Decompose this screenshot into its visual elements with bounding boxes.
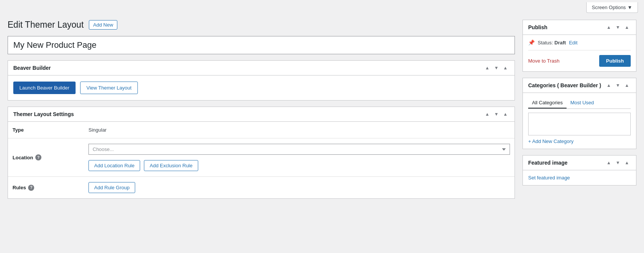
publish-panel-up[interactable]: ▲ bbox=[605, 24, 612, 31]
featured-image-panel-down[interactable]: ▼ bbox=[614, 159, 622, 166]
themer-settings-panel: Themer Layout Settings ▲ ▼ ▲ Type bbox=[8, 107, 515, 199]
categories-panel-body: All Categories Most Used + Add New Categ… bbox=[523, 93, 636, 149]
add-rule-group-button[interactable]: Add Rule Group bbox=[88, 182, 135, 193]
tab-most-used[interactable]: Most Used bbox=[567, 97, 598, 108]
add-new-category-link[interactable]: + Add New Category bbox=[528, 138, 574, 144]
screen-options-label: Screen Options bbox=[592, 5, 626, 10]
featured-image-panel-body: Set featured image bbox=[523, 170, 636, 185]
rules-row: Rules ? Add Rule Group bbox=[8, 177, 515, 199]
publish-panel-title: Publish bbox=[528, 24, 548, 30]
featured-image-panel-up[interactable]: ▲ bbox=[605, 159, 612, 166]
categories-panel-down[interactable]: ▼ bbox=[614, 82, 622, 89]
rules-value-cell: Add Rule Group bbox=[84, 177, 515, 199]
set-featured-image-link[interactable]: Set featured image bbox=[528, 175, 570, 181]
status-value: Draft bbox=[554, 40, 566, 46]
category-tabs: All Categories Most Used bbox=[528, 97, 631, 109]
publish-panel-header: Publish ▲ ▼ ▲ bbox=[523, 20, 636, 35]
categories-panel-minimize[interactable]: ▲ bbox=[623, 82, 631, 89]
featured-image-panel-header: Featured image ▲ ▼ ▲ bbox=[523, 156, 636, 170]
panel-collapse-down[interactable]: ▼ bbox=[492, 64, 500, 71]
status-edit-link[interactable]: Edit bbox=[569, 40, 577, 46]
themer-settings-panel-header: Themer Layout Settings ▲ ▼ ▲ bbox=[8, 107, 515, 122]
view-themer-layout-button[interactable]: View Themer Layout bbox=[80, 82, 138, 94]
type-value: Singular bbox=[88, 127, 107, 133]
rule-buttons: Add Location Rule Add Exclusion Rule bbox=[88, 160, 510, 171]
featured-image-panel-title: Featured image bbox=[528, 160, 567, 166]
beaver-builder-panel-title: Beaver Builder bbox=[13, 65, 51, 71]
post-title-input[interactable] bbox=[8, 36, 515, 54]
categories-panel: Categories ( Beaver Builder ) ▲ ▼ ▲ All … bbox=[522, 78, 636, 149]
rules-label: Rules bbox=[13, 185, 26, 190]
beaver-builder-panel-header: Beaver Builder ▲ ▼ ▲ bbox=[8, 61, 515, 75]
themer-settings-panel-title: Themer Layout Settings bbox=[13, 111, 74, 117]
rules-label-with-icon: Rules ? bbox=[13, 185, 79, 191]
rules-label-cell: Rules ? bbox=[8, 177, 84, 199]
page-title: Edit Themer Layout bbox=[8, 20, 84, 30]
publish-panel-body: 📌 Status: Draft Edit Move to Trash Publi… bbox=[523, 35, 636, 71]
categories-panel-title: Categories ( Beaver Builder ) bbox=[528, 82, 601, 88]
settings-table: Type Singular Location ? bbox=[8, 122, 515, 198]
categories-panel-controls: ▲ ▼ ▲ bbox=[605, 82, 631, 89]
publish-panel: Publish ▲ ▼ ▲ 📌 Status: Draft Edit bbox=[522, 20, 636, 72]
location-help-icon[interactable]: ? bbox=[35, 154, 41, 160]
page-heading: Edit Themer Layout Add New bbox=[8, 20, 515, 30]
sidebar: Publish ▲ ▼ ▲ 📌 Status: Draft Edit bbox=[522, 20, 636, 192]
categories-panel-up[interactable]: ▲ bbox=[605, 82, 612, 89]
screen-options-button[interactable]: Screen Options ▼ bbox=[586, 2, 638, 13]
tab-all-categories[interactable]: All Categories bbox=[528, 97, 567, 108]
main-content: Edit Themer Layout Add New Beaver Builde… bbox=[8, 20, 515, 205]
status-label: Status: Draft bbox=[538, 40, 566, 46]
location-label-cell: Location ? bbox=[8, 138, 84, 177]
publish-panel-controls: ▲ ▼ ▲ bbox=[605, 24, 631, 31]
add-location-rule-button[interactable]: Add Location Rule bbox=[88, 160, 140, 171]
featured-image-panel: Featured image ▲ ▼ ▲ Set featured image bbox=[522, 155, 636, 185]
main-layout: Edit Themer Layout Add New Beaver Builde… bbox=[0, 15, 644, 212]
panel-collapse-up[interactable]: ▲ bbox=[483, 64, 491, 71]
themer-panel-up[interactable]: ▲ bbox=[483, 111, 491, 118]
location-value-cell: Choose... Add Location Rule Add Exclusio… bbox=[84, 138, 515, 177]
themer-settings-panel-body: Type Singular Location ? bbox=[8, 122, 515, 198]
featured-image-panel-controls: ▲ ▼ ▲ bbox=[605, 159, 631, 166]
location-label: Location bbox=[13, 155, 33, 160]
featured-image-panel-minimize[interactable]: ▲ bbox=[623, 159, 631, 166]
publish-panel-minimize[interactable]: ▲ bbox=[623, 24, 631, 31]
themer-panel-minimize[interactable]: ▲ bbox=[502, 111, 509, 118]
categories-panel-header: Categories ( Beaver Builder ) ▲ ▼ ▲ bbox=[523, 78, 636, 93]
status-prefix: Status: bbox=[538, 40, 553, 46]
location-label-with-icon: Location ? bbox=[13, 154, 79, 160]
add-exclusion-rule-button[interactable]: Add Exclusion Rule bbox=[144, 160, 198, 171]
type-row: Type Singular bbox=[8, 122, 515, 138]
bb-buttons: Launch Beaver Builder View Themer Layout bbox=[13, 82, 509, 94]
type-label-cell: Type bbox=[8, 122, 84, 138]
launch-beaver-builder-button[interactable]: Launch Beaver Builder bbox=[13, 82, 76, 94]
beaver-builder-panel: Beaver Builder ▲ ▼ ▲ Launch Beaver Build… bbox=[8, 60, 515, 101]
type-label: Type bbox=[13, 127, 24, 133]
publish-status-row: 📌 Status: Draft Edit bbox=[528, 39, 631, 50]
publish-actions: Move to Trash Publish bbox=[528, 55, 631, 67]
beaver-builder-panel-body: Launch Beaver Builder View Themer Layout bbox=[8, 75, 515, 100]
add-new-button[interactable]: Add New bbox=[89, 20, 117, 30]
panel-controls: ▲ ▼ ▲ bbox=[483, 64, 509, 71]
top-bar: Screen Options ▼ bbox=[0, 0, 644, 15]
themer-panel-down[interactable]: ▼ bbox=[492, 111, 500, 118]
pin-icon: 📌 bbox=[528, 39, 535, 46]
publish-button[interactable]: Publish bbox=[599, 55, 631, 67]
move-to-trash-link[interactable]: Move to Trash bbox=[528, 58, 559, 64]
category-list-area bbox=[528, 113, 631, 135]
location-row: Location ? Choose... Add Location Rule bbox=[8, 138, 515, 177]
type-value-cell: Singular bbox=[84, 122, 515, 138]
themer-panel-controls: ▲ ▼ ▲ bbox=[483, 111, 509, 118]
rules-help-icon[interactable]: ? bbox=[28, 185, 34, 191]
screen-options-arrow: ▼ bbox=[627, 5, 632, 10]
location-dropdown[interactable]: Choose... bbox=[88, 144, 510, 155]
publish-panel-down[interactable]: ▼ bbox=[614, 24, 622, 31]
panel-minimize[interactable]: ▲ bbox=[502, 64, 509, 71]
